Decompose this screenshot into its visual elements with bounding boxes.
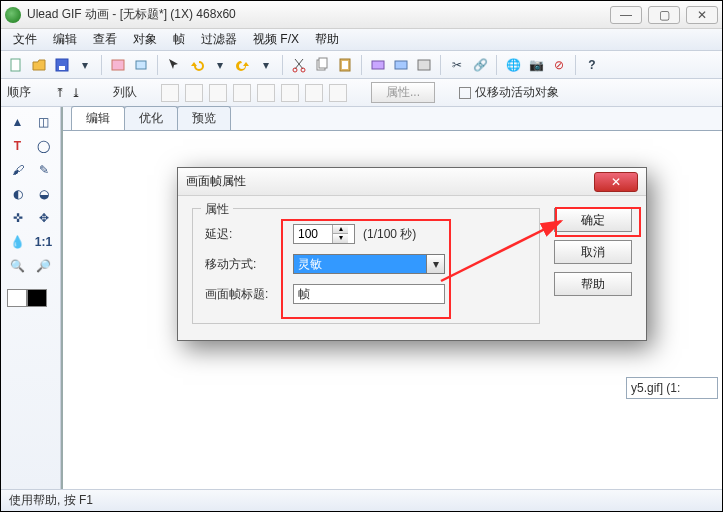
save-icon[interactable] bbox=[51, 54, 73, 76]
align-icon-4[interactable] bbox=[233, 84, 251, 102]
main-toolbar: ▾ ▾ ▾ ✂ 🔗 🌐 📷 ⊘ ? bbox=[1, 51, 722, 79]
svg-rect-2 bbox=[59, 66, 65, 70]
foreground-swatch[interactable] bbox=[7, 289, 27, 307]
frame-title-input[interactable]: 帧 bbox=[293, 284, 445, 304]
crop-tool-icon[interactable]: ✜ bbox=[6, 207, 30, 229]
maximize-button[interactable]: ▢ bbox=[648, 6, 680, 24]
svg-rect-13 bbox=[418, 60, 430, 70]
status-bar: 使用帮助, 按 F1 bbox=[1, 489, 722, 511]
zoom-out-icon[interactable]: 🔎 bbox=[32, 255, 56, 277]
zoom-in-icon[interactable]: 🔍 bbox=[6, 255, 30, 277]
align-icon-6[interactable] bbox=[281, 84, 299, 102]
help-icon[interactable]: ? bbox=[581, 54, 603, 76]
open-icon[interactable] bbox=[28, 54, 50, 76]
marquee-tool-icon[interactable]: ◫ bbox=[32, 111, 56, 133]
globe-icon[interactable]: 🌐 bbox=[502, 54, 524, 76]
file-thumbnail-label[interactable]: y5.gif] (1: bbox=[626, 377, 718, 399]
align-icon-5[interactable] bbox=[257, 84, 275, 102]
cut-icon[interactable] bbox=[288, 54, 310, 76]
new-icon[interactable] bbox=[5, 54, 27, 76]
eyedropper-tool-icon[interactable]: 💧 bbox=[6, 231, 30, 253]
undo-icon[interactable] bbox=[186, 54, 208, 76]
tab-edit[interactable]: 编辑 bbox=[71, 106, 125, 130]
tab-preview[interactable]: 预览 bbox=[177, 106, 231, 130]
help-button[interactable]: 帮助 bbox=[554, 272, 632, 296]
shape-tool-icon[interactable]: ◯ bbox=[32, 135, 56, 157]
link-icon[interactable]: 🔗 bbox=[469, 54, 491, 76]
redo-dropdown-icon[interactable]: ▾ bbox=[255, 54, 277, 76]
svg-rect-0 bbox=[11, 59, 20, 71]
copy-icon[interactable] bbox=[311, 54, 333, 76]
seq-down-icon[interactable]: ⤓ bbox=[71, 86, 81, 100]
scissors-icon[interactable]: ✂ bbox=[446, 54, 468, 76]
chevron-down-icon[interactable]: ▾ bbox=[426, 255, 444, 273]
stop-icon[interactable]: ⊘ bbox=[548, 54, 570, 76]
align-icon-1[interactable] bbox=[161, 84, 179, 102]
sequence-label: 顺序 bbox=[7, 84, 31, 101]
tab-optimize[interactable]: 优化 bbox=[124, 106, 178, 130]
properties-button[interactable]: 属性... bbox=[371, 82, 435, 103]
move-tool-icon[interactable]: ✥ bbox=[32, 207, 56, 229]
align-icon-7[interactable] bbox=[305, 84, 323, 102]
actual-size-icon[interactable]: 1:1 bbox=[32, 231, 56, 253]
workspace-tabs: 编辑 优化 预览 bbox=[63, 107, 722, 131]
eraser-tool-icon[interactable]: ◐ bbox=[6, 183, 30, 205]
menu-frame[interactable]: 帧 bbox=[167, 29, 191, 50]
background-swatch[interactable] bbox=[27, 289, 47, 307]
menu-object[interactable]: 对象 bbox=[127, 29, 163, 50]
svg-rect-4 bbox=[136, 61, 146, 69]
dialog-close-button[interactable]: ✕ bbox=[594, 172, 638, 192]
spin-down-icon[interactable]: ▾ bbox=[333, 234, 348, 243]
cancel-button[interactable]: 取消 bbox=[554, 240, 632, 264]
delay-input[interactable]: ▴▾ bbox=[293, 224, 355, 244]
svg-rect-12 bbox=[395, 61, 407, 69]
status-text: 使用帮助, 按 F1 bbox=[9, 492, 93, 509]
undo-dropdown-icon[interactable]: ▾ bbox=[209, 54, 231, 76]
align-icon-2[interactable] bbox=[185, 84, 203, 102]
queue-label: 列队 bbox=[113, 84, 137, 101]
align-icon-8[interactable] bbox=[329, 84, 347, 102]
menu-filter[interactable]: 过滤器 bbox=[195, 29, 243, 50]
menu-help[interactable]: 帮助 bbox=[309, 29, 345, 50]
delay-field[interactable] bbox=[294, 227, 332, 241]
minimize-button[interactable]: — bbox=[610, 6, 642, 24]
redo-icon[interactable] bbox=[232, 54, 254, 76]
save-dropdown-icon[interactable]: ▾ bbox=[74, 54, 96, 76]
select-tool-icon[interactable]: ▲ bbox=[6, 111, 30, 133]
camera-icon[interactable]: 📷 bbox=[525, 54, 547, 76]
menu-view[interactable]: 查看 bbox=[87, 29, 123, 50]
pointer-icon[interactable] bbox=[163, 54, 185, 76]
frame-title-label: 画面帧标题: bbox=[205, 286, 285, 303]
menu-edit[interactable]: 编辑 bbox=[47, 29, 83, 50]
move-method-combo[interactable]: 灵敏 ▾ bbox=[293, 254, 445, 274]
align-icon-3[interactable] bbox=[209, 84, 227, 102]
secondary-toolbar: 顺序 ⤒ ⤓ 列队 属性... 仅移动活动对象 bbox=[1, 79, 722, 107]
ok-button[interactable]: 确定 bbox=[554, 208, 632, 232]
dialog-titlebar[interactable]: 画面帧属性 ✕ bbox=[178, 168, 646, 196]
frame-properties-dialog: 画面帧属性 ✕ 属性 延迟: ▴▾ (1/100 秒) 移动方式: 灵敏 ▾ bbox=[177, 167, 647, 341]
fill-tool-icon[interactable]: ◒ bbox=[32, 183, 56, 205]
layers-icon[interactable] bbox=[130, 54, 152, 76]
move-only-label: 仅移动活动对象 bbox=[475, 85, 559, 99]
brush-tool-icon[interactable]: 🖌 bbox=[6, 159, 30, 181]
menu-bar: 文件 编辑 查看 对象 帧 过滤器 视频 F/X 帮助 bbox=[1, 29, 722, 51]
seq-up-icon[interactable]: ⤒ bbox=[55, 86, 65, 100]
menu-file[interactable]: 文件 bbox=[7, 29, 43, 50]
delay-unit: (1/100 秒) bbox=[363, 226, 416, 243]
frame-icon[interactable] bbox=[367, 54, 389, 76]
frame2-icon[interactable] bbox=[390, 54, 412, 76]
text-tool-icon[interactable]: T bbox=[6, 135, 30, 157]
properties-group: 属性 延迟: ▴▾ (1/100 秒) 移动方式: 灵敏 ▾ 画面帧标题: bbox=[192, 208, 540, 324]
close-button[interactable]: ✕ bbox=[686, 6, 718, 24]
title-bar: Ulead GIF 动画 - [无标题*] (1X) 468x60 — ▢ ✕ bbox=[1, 1, 722, 29]
svg-rect-11 bbox=[372, 61, 384, 69]
move-method-value: 灵敏 bbox=[298, 256, 322, 273]
frame-title-value: 帧 bbox=[298, 286, 310, 303]
paste-icon[interactable] bbox=[334, 54, 356, 76]
film-icon[interactable] bbox=[413, 54, 435, 76]
move-only-checkbox[interactable]: 仅移动活动对象 bbox=[459, 84, 559, 101]
wizard-icon[interactable] bbox=[107, 54, 129, 76]
pencil-tool-icon[interactable]: ✎ bbox=[32, 159, 56, 181]
menu-videofx[interactable]: 视频 F/X bbox=[247, 29, 305, 50]
svg-rect-8 bbox=[319, 58, 327, 68]
